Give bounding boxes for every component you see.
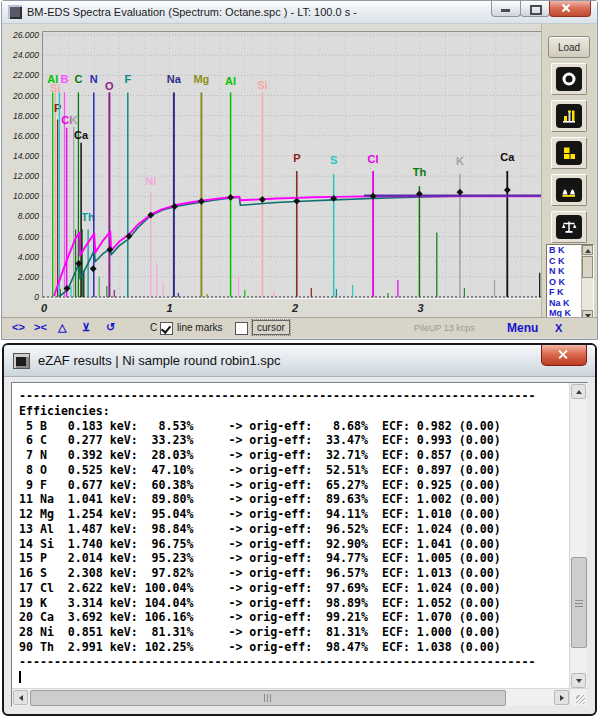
svg-text:4.000: 4.000 (18, 252, 40, 262)
svg-text:Mg: Mg (193, 73, 209, 85)
scroll-left-button[interactable] (13, 690, 28, 705)
svg-text:S: S (330, 154, 337, 166)
pileup-status: PileUP 13 kcps (414, 323, 475, 333)
peak-id-button[interactable] (551, 100, 587, 132)
svg-text:2: 2 (291, 302, 298, 314)
expand-x-icon[interactable]: <> (12, 321, 25, 333)
svg-text:Th: Th (413, 166, 427, 178)
vertical-scrollbar[interactable] (569, 383, 587, 689)
line-marks-checkbox[interactable] (160, 322, 173, 335)
spectra-window-title: BM-EDS Spectra Evaluation (Spectrum: Oct… (27, 6, 357, 18)
result-line: 11 Na 1.041 keV: 89.80% -> orig-eff: 89.… (19, 492, 569, 507)
ezaf-title-bar[interactable]: eZAF results | Ni sample round robin1.sp… (4, 345, 595, 377)
result-line: ----------------------------------------… (19, 655, 569, 670)
result-line: 15 P 2.014 keV: 95.23% -> orig-eff: 94.7… (19, 551, 569, 566)
scroll-right-button[interactable] (554, 690, 569, 705)
spectra-title-bar[interactable]: BM-EDS Spectra Evaluation (Spectrum: Oct… (2, 1, 597, 24)
scroll-down-button[interactable] (571, 673, 586, 688)
result-line: 6 C 0.277 keV: 33.23% -> orig-eff: 33.47… (19, 433, 569, 448)
maximize-button[interactable] (520, 1, 550, 17)
peaks-icon (556, 178, 582, 202)
app-icon (8, 5, 22, 19)
scroll-up-button[interactable] (582, 245, 593, 255)
resize-grip[interactable] (569, 688, 587, 706)
svg-text:K: K (70, 114, 78, 126)
status-bar: <> >< △ ⊻ ↺ C line marks cursor PileUP 1… (2, 317, 597, 338)
spectra-content: AlSiPBClKCCaThNOFNiNaMgAlSiPSClThKCa02.0… (2, 23, 597, 339)
panel-close-button[interactable]: X (555, 322, 562, 334)
result-line: 13 Al 1.487 keV: 98.84% -> orig-eff: 96.… (19, 522, 569, 537)
list-item[interactable]: F K (549, 287, 579, 298)
check-icon (161, 323, 171, 334)
result-line: 90 Th 2.991 keV: 102.25% -> orig-eff: 98… (19, 640, 569, 655)
svg-text:Ca: Ca (500, 151, 515, 163)
svg-text:3: 3 (417, 302, 423, 314)
svg-text:22.000: 22.000 (12, 70, 39, 80)
result-line: 5 B 0.183 keV: 8.53% -> orig-eff: 8.68% … (19, 419, 569, 434)
scroll-thumb[interactable] (582, 256, 593, 278)
list-item[interactable]: Na K (549, 298, 579, 309)
up-arrow-icon (576, 390, 582, 394)
result-line: 28 Ni 0.851 keV: 81.31% -> orig-eff: 81.… (19, 625, 569, 640)
cursor-button[interactable]: cursor (252, 320, 290, 335)
grip-icon (575, 599, 583, 607)
c-label: C (150, 322, 157, 333)
menu-button[interactable]: Menu (507, 321, 538, 335)
list-item[interactable]: N K (549, 266, 579, 277)
xray-line-list[interactable]: B K C K N K O K F K Na K Mg K (546, 244, 594, 321)
ezaf-window: eZAF results | Ni sample round robin1.sp… (2, 343, 597, 716)
scale-down-icon[interactable]: ⊻ (82, 321, 90, 334)
svg-text:8.000: 8.000 (18, 211, 40, 221)
minimize-button[interactable] (491, 1, 521, 17)
cursor-checkbox[interactable] (235, 322, 248, 335)
list-item[interactable]: B K (549, 245, 579, 256)
list-item[interactable]: C K (549, 256, 579, 267)
svg-text:N: N (90, 73, 98, 85)
scroll-up-button[interactable] (571, 384, 586, 399)
svg-text:14.000: 14.000 (13, 151, 39, 161)
svg-text:18.000: 18.000 (13, 111, 39, 121)
result-line: 19 K 3.314 keV: 104.04% -> orig-eff: 98.… (19, 596, 569, 611)
vertical-scroll-thumb[interactable] (571, 557, 587, 648)
svg-text:12.000: 12.000 (13, 171, 39, 181)
up-arrow-icon (585, 249, 591, 253)
spectrum-chart[interactable]: AlSiPBClKCCaThNOFNiNaMgAlSiPSClThKCa02.0… (4, 25, 544, 319)
svg-text:26.000: 26.000 (12, 30, 39, 40)
horizontal-scroll-thumb[interactable] (30, 690, 506, 706)
quadrant-icon (556, 141, 582, 165)
svg-text:0: 0 (41, 302, 48, 314)
svg-text:B: B (61, 73, 69, 85)
svg-text:1: 1 (166, 302, 172, 314)
svg-text:10.000: 10.000 (13, 191, 39, 201)
quant-button[interactable] (551, 211, 587, 243)
horizontal-scrollbar[interactable] (12, 688, 570, 706)
svg-text:2.000: 2.000 (17, 272, 40, 282)
svg-text:Na: Na (167, 73, 182, 85)
list-scrollbar[interactable] (581, 245, 593, 320)
svg-text:Ni: Ni (145, 175, 156, 187)
svg-text:Ca: Ca (74, 129, 89, 141)
list-item[interactable]: O K (549, 277, 579, 288)
refresh-icon[interactable]: ↺ (106, 321, 115, 334)
ezaf-close-button[interactable] (541, 345, 587, 366)
ezaf-icon (13, 353, 30, 369)
svg-text:O: O (105, 80, 114, 92)
svg-text:Si: Si (257, 79, 267, 91)
quadrant-button[interactable] (551, 137, 587, 169)
mixer-icon (556, 104, 582, 128)
ring-icon (556, 67, 582, 91)
scale-up-icon[interactable]: △ (58, 321, 66, 334)
result-line: 12 Mg 1.254 keV: 95.04% -> orig-eff: 94.… (19, 507, 569, 522)
load-button[interactable]: Load (548, 36, 590, 58)
close-button[interactable] (549, 1, 591, 17)
collapse-x-icon[interactable]: >< (34, 321, 47, 333)
svg-text:Cl: Cl (368, 153, 379, 165)
peaks-button[interactable] (551, 174, 587, 206)
svg-text:P: P (54, 102, 61, 114)
results-textbox[interactable]: ----------------------------------------… (11, 382, 588, 707)
svg-text:F: F (124, 73, 131, 85)
result-line: 14 Si 1.740 keV: 96.75% -> orig-eff: 92.… (19, 537, 569, 552)
detector-button[interactable] (551, 63, 587, 95)
result-line: 20 Ca 3.692 keV: 106.16% -> orig-eff: 99… (19, 610, 569, 625)
results-text: ----------------------------------------… (13, 384, 569, 688)
